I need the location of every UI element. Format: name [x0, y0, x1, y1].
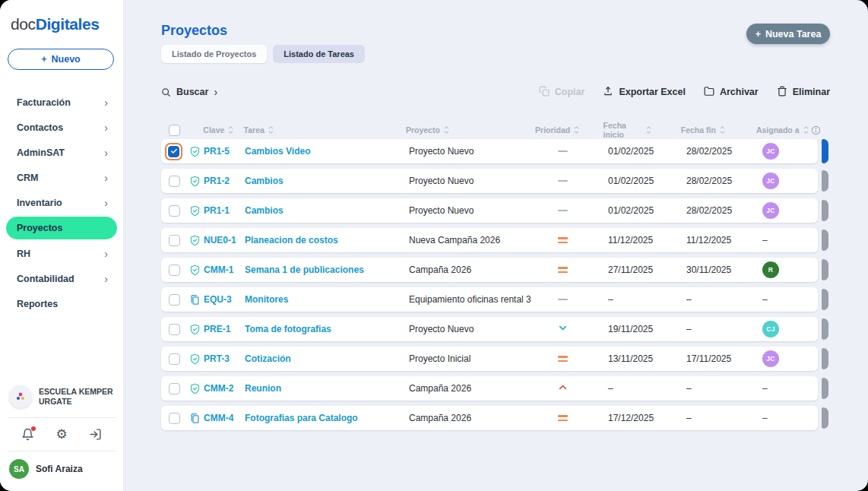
table-row[interactable]: NUE0-1 Planeacion de costos Nueva Campañ… — [161, 228, 828, 252]
search-expand-chevron-icon: › — [214, 86, 217, 98]
column-header-fecha_inicio[interactable]: Fecha inicio — [575, 121, 652, 139]
table-row[interactable]: PRT-3 Cotización Proyecto Inicial 13/11/… — [161, 347, 828, 371]
export-excel-button[interactable]: Exportar Excel — [603, 86, 686, 99]
column-header-asignado[interactable]: Asignado a — [730, 125, 811, 135]
column-header-fecha_fin[interactable]: Fecha fin — [652, 125, 730, 135]
row-checkbox[interactable] — [169, 265, 180, 276]
start-date: 11/12/2025 — [579, 235, 657, 246]
priority-indicator — [546, 267, 579, 273]
priority-none-dash — [558, 210, 568, 211]
user-avatar: SA — [9, 459, 29, 479]
task-name-link[interactable]: Cambios Video — [245, 146, 409, 157]
assignee-cell: – — [736, 235, 818, 246]
task-key-link[interactable]: PR1-5 — [204, 146, 245, 157]
sidebar-item-facturacion[interactable]: Facturación › — [6, 90, 117, 115]
table-row[interactable]: PR1-2 Cambios Proyecto Nuevo 01/02/2025 … — [161, 169, 828, 193]
task-name-link[interactable]: Reunion — [245, 383, 409, 394]
sidebar-item-label: CRM — [17, 173, 38, 183]
sidebar-item-proyectos[interactable]: Proyectos — [6, 217, 117, 239]
sort-icon — [443, 125, 450, 135]
shield-check-icon — [185, 324, 204, 335]
priority-indicator — [546, 237, 579, 243]
table-row[interactable]: PRE-1 Toma de fotografias Proyecto Nuevo… — [161, 317, 828, 341]
row-checkbox[interactable] — [168, 146, 179, 157]
tab-listado-de-proyectos[interactable]: Listado de Proyectos — [161, 45, 267, 63]
row-checkbox[interactable] — [169, 176, 180, 187]
table-info-icon[interactable] — [811, 125, 828, 135]
row-checkbox[interactable] — [169, 294, 180, 306]
task-name-link[interactable]: Cambios — [245, 205, 409, 216]
row-checkbox[interactable] — [169, 205, 180, 217]
sidebar-item-contabilidad[interactable]: Contabilidad › — [6, 266, 117, 291]
page-title: Proyectos — [161, 23, 227, 39]
task-name-link[interactable]: Toma de fotografias — [245, 324, 409, 334]
search-control[interactable]: Buscar › — [161, 84, 217, 100]
task-name-link[interactable]: Monitores — [245, 294, 409, 305]
sort-icon — [803, 125, 809, 135]
shield-check-icon — [185, 383, 204, 394]
chevron-right-icon: › — [104, 249, 108, 259]
chevron-right-icon: › — [104, 173, 108, 183]
task-name-link[interactable]: Planeacion de costos — [245, 235, 409, 246]
project-name: Proyecto Inicial — [409, 353, 546, 364]
sort-icon — [719, 125, 726, 135]
end-date: 17/11/2025 — [657, 353, 736, 364]
table-row[interactable]: CMM-1 Semana 1 de publicaciones Campaña … — [161, 258, 828, 282]
task-name-link[interactable]: Fotografias para Catalogo — [245, 413, 409, 423]
task-key-link[interactable]: EQU-3 — [204, 294, 245, 305]
sidebar-item-contactos[interactable]: Contactos › — [6, 115, 117, 140]
sidebar-item-reportes[interactable]: Reportes — [6, 291, 117, 316]
sidebar: docDigitales + Nuevo Facturación › Conta… — [0, 0, 124, 491]
task-key-link[interactable]: PRE-1 — [204, 324, 245, 334]
assignee-avatar: R — [762, 261, 779, 278]
select-all-checkbox[interactable] — [169, 125, 180, 136]
assignee-cell: – — [736, 383, 818, 394]
column-header-clave[interactable]: Clave — [203, 125, 243, 135]
table-row[interactable]: CMM-4 Fotografias para Catalogo Campaña … — [161, 406, 828, 430]
sidebar-item-inventario[interactable]: Inventario › — [6, 190, 117, 215]
task-key-link[interactable]: CMM-1 — [204, 265, 245, 275]
table-row[interactable]: CMM-2 Reunion Campaña 2026 – – – — [161, 376, 828, 401]
archive-button[interactable]: Archivar — [704, 86, 759, 99]
settings-gear-icon[interactable]: ⚙ — [55, 428, 68, 441]
row-checkbox[interactable] — [169, 235, 180, 246]
logout-icon[interactable] — [89, 428, 102, 441]
row-checkbox[interactable] — [169, 324, 180, 335]
table-row[interactable]: PR1-5 Cambios Video Proyecto Nuevo 01/02… — [161, 139, 828, 163]
delete-button[interactable]: Eliminar — [777, 86, 830, 99]
row-checkbox[interactable] — [169, 413, 180, 424]
new-button[interactable]: + Nuevo — [8, 49, 114, 70]
org-avatar — [9, 385, 32, 408]
table-row[interactable]: EQU-3 Monitores Equipamiento oficinas re… — [161, 287, 828, 312]
project-name: Proyecto Nuevo — [409, 205, 546, 216]
sidebar-item-rh[interactable]: RH › — [6, 241, 117, 266]
task-key-link[interactable]: PR1-1 — [204, 205, 245, 216]
org-account[interactable]: ESCUELA KEMPER URGATE — [0, 378, 123, 417]
task-key-link[interactable]: CMM-4 — [204, 413, 245, 423]
column-header-tarea[interactable]: Tarea — [244, 125, 406, 135]
task-name-link[interactable]: Cotización — [245, 353, 409, 364]
sidebar-item-label: Contactos — [17, 122, 63, 133]
start-date: – — [579, 294, 657, 305]
table-row[interactable]: PR1-1 Cambios Proyecto Nuevo 01/02/2025 … — [161, 198, 828, 223]
column-header-prioridad[interactable]: Prioridad — [541, 125, 575, 135]
column-header-proyecto[interactable]: Proyecto — [406, 125, 541, 135]
user-account[interactable]: SA Sofi Araiza — [0, 451, 123, 491]
notifications-bell-icon[interactable] — [21, 428, 34, 441]
end-date: – — [657, 413, 736, 423]
task-name-link[interactable]: Semana 1 de publicaciones — [245, 265, 409, 275]
app-logo: docDigitales — [11, 15, 100, 33]
task-key-link[interactable]: PR1-2 — [204, 176, 245, 186]
row-checkbox[interactable] — [169, 353, 180, 365]
assignee-avatar: CJ — [762, 321, 779, 337]
task-name-link[interactable]: Cambios — [245, 176, 409, 186]
tab-listado-de-tareas[interactable]: Listado de Tareas — [273, 45, 365, 63]
new-task-button[interactable]: + Nueva Tarea — [746, 24, 830, 44]
row-checkbox[interactable] — [169, 383, 180, 394]
task-key-link[interactable]: PRT-3 — [204, 353, 245, 364]
task-key-link[interactable]: CMM-2 — [204, 383, 245, 394]
sidebar-item-adminsat[interactable]: AdminSAT › — [6, 140, 117, 165]
row-accent-handle — [822, 170, 828, 192]
sidebar-item-crm[interactable]: CRM › — [6, 165, 117, 190]
task-key-link[interactable]: NUE0-1 — [204, 235, 245, 246]
